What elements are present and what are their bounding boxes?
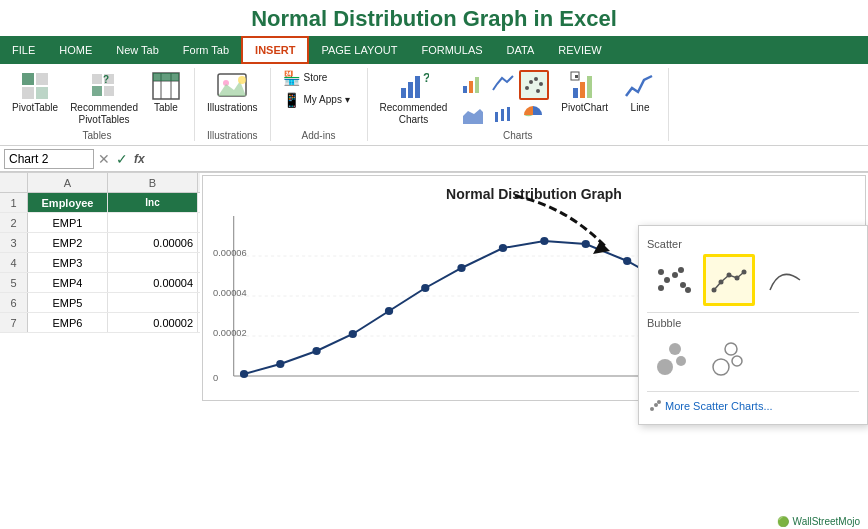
scatter-lines-markers-button[interactable] [703, 254, 755, 306]
store-button[interactable]: 🏪 Store [279, 68, 359, 88]
myapps-label: My Apps ▾ [304, 94, 350, 106]
tab-formtab[interactable]: Form Tab [171, 36, 241, 64]
cell-b1[interactable]: Inc [108, 193, 198, 212]
svg-point-71 [685, 287, 691, 293]
formula-bar: ✕ ✓ fx [0, 146, 868, 172]
tab-newtab[interactable]: New Tab [104, 36, 171, 64]
table-button[interactable]: Table [146, 68, 186, 116]
formula-icons: ✕ ✓ fx [98, 151, 145, 167]
recommended-charts-label: RecommendedCharts [380, 102, 448, 126]
pivotchart-icon [569, 70, 601, 102]
svg-rect-22 [463, 86, 467, 93]
illustrations-label: Illustrations [207, 102, 258, 114]
svg-point-82 [725, 343, 737, 355]
tab-file[interactable]: FILE [0, 36, 47, 64]
svg-point-28 [539, 82, 543, 86]
row-num-2: 2 [0, 213, 28, 232]
svg-rect-35 [580, 82, 585, 98]
table-row: 1 Employee Inc [0, 193, 200, 213]
cell-b7[interactable]: 0.00002 [108, 313, 198, 332]
tab-review[interactable]: REVIEW [546, 36, 613, 64]
scatter-dropdown: Scatter [638, 225, 868, 425]
illustrations-button[interactable]: Illustrations [203, 68, 262, 116]
pivotchart-button[interactable]: PivotChart [557, 68, 612, 116]
col-header-row: A B [0, 173, 200, 193]
svg-rect-31 [495, 112, 498, 122]
bar-chart-button[interactable] [459, 70, 487, 100]
page-title: Normal Distribution Graph in Excel [0, 0, 868, 36]
row-num-3: 3 [0, 233, 28, 252]
cell-b6[interactable] [108, 293, 198, 312]
watermark-logo: 🟢 [777, 516, 789, 527]
cell-a7[interactable]: EMP6 [28, 313, 108, 332]
name-box[interactable] [4, 149, 94, 169]
cell-b5[interactable]: 0.00004 [108, 273, 198, 292]
tab-home[interactable]: HOME [47, 36, 104, 64]
svg-point-77 [657, 359, 673, 375]
svg-point-53 [421, 284, 429, 292]
insert-function-icon[interactable]: fx [134, 152, 145, 166]
bubble-outline-button[interactable] [703, 333, 755, 385]
scatter-dots-button[interactable] [647, 254, 699, 306]
scatter-chart-button[interactable] [519, 70, 549, 100]
stock-chart-button[interactable] [489, 102, 517, 128]
svg-rect-23 [469, 81, 473, 93]
cell-a3[interactable]: EMP2 [28, 233, 108, 252]
svg-rect-4 [92, 74, 102, 84]
svg-rect-13 [153, 73, 179, 81]
cell-a2[interactable]: EMP1 [28, 213, 108, 232]
svg-point-70 [678, 267, 684, 273]
cell-a5[interactable]: EMP4 [28, 273, 108, 292]
recommended-charts-icon: ? [397, 70, 429, 102]
svg-point-27 [534, 77, 538, 81]
addins-group-label: Add-ins [302, 130, 336, 141]
row-num-6: 6 [0, 293, 28, 312]
myapps-button[interactable]: 📱 My Apps ▾ [279, 90, 359, 110]
formula-input[interactable] [149, 152, 864, 166]
svg-point-51 [349, 330, 357, 338]
svg-point-78 [676, 356, 686, 366]
recommended-pivottables-icon: ? [88, 70, 120, 102]
recommended-charts-button[interactable]: ? RecommendedCharts [376, 68, 452, 128]
cell-a4[interactable]: EMP3 [28, 253, 108, 272]
cell-b3[interactable]: 0.00006 [108, 233, 198, 252]
spreadsheet-area: A B 1 Employee Inc 2 EMP1 3 EMP2 0.00006… [0, 173, 868, 403]
svg-point-66 [664, 277, 670, 283]
svg-point-80 [713, 359, 729, 375]
scatter-smooth-button[interactable] [759, 254, 811, 306]
svg-point-68 [672, 272, 678, 278]
confirm-icon[interactable]: ✓ [116, 151, 128, 167]
recommended-pivottables-button[interactable]: ? RecommendedPivotTables [66, 68, 142, 128]
line-chart-button[interactable] [489, 70, 517, 100]
bubble-section-label: Bubble [647, 317, 859, 329]
more-scatter-charts-link[interactable]: More Scatter Charts... [647, 396, 859, 416]
tab-formulas[interactable]: FORMULAS [409, 36, 494, 64]
pivottable-button[interactable]: PivotTable [8, 68, 62, 116]
tab-pagelayout[interactable]: PAGE LAYOUT [309, 36, 409, 64]
svg-point-65 [658, 285, 664, 291]
svg-rect-3 [36, 87, 48, 99]
svg-point-25 [525, 86, 529, 90]
cell-b2[interactable] [108, 213, 198, 232]
scatter-section-label: Scatter [647, 238, 859, 250]
svg-point-79 [669, 343, 681, 355]
tab-data[interactable]: DATA [495, 36, 547, 64]
svg-point-73 [719, 280, 724, 285]
svg-rect-20 [415, 76, 420, 98]
bubble-filled-button[interactable] [647, 333, 699, 385]
cell-a1[interactable]: Employee [28, 193, 108, 212]
cancel-icon[interactable]: ✕ [98, 151, 110, 167]
ribbon-group-addins: 🏪 Store 📱 My Apps ▾ Add-ins [271, 68, 368, 141]
line-sparkline-button[interactable]: Line [620, 68, 660, 116]
area-chart-button[interactable] [459, 102, 487, 128]
cell-b4[interactable] [108, 253, 198, 272]
other-chart-button[interactable] [519, 102, 547, 128]
svg-point-56 [540, 237, 548, 245]
svg-point-55 [499, 244, 507, 252]
svg-point-81 [732, 356, 742, 366]
cell-a6[interactable]: EMP5 [28, 293, 108, 312]
line-sparkline-label: Line [631, 102, 650, 114]
svg-point-84 [654, 403, 658, 407]
tab-insert[interactable]: INSERT [241, 36, 309, 64]
table-label: Table [154, 102, 178, 114]
